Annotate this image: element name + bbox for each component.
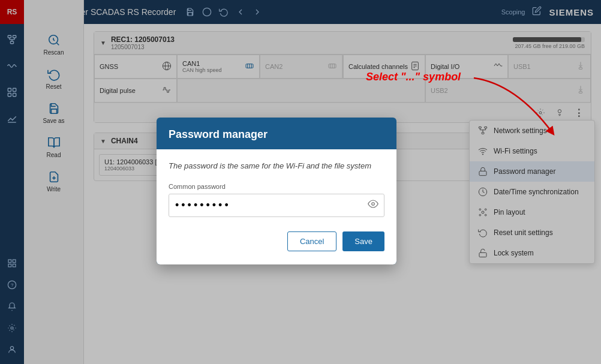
password-input-wrap — [169, 194, 384, 217]
modal-overlay: Password manager The password is the sam… — [0, 0, 601, 364]
modal-header: Password manager — [157, 118, 396, 149]
save-button[interactable]: Save — [342, 231, 384, 251]
modal-footer: Cancel Save — [169, 231, 384, 251]
cancel-button[interactable]: Cancel — [287, 231, 336, 251]
modal-body: The password is the same for the Wi-Fi a… — [157, 149, 396, 264]
modal-description: The password is the same for the Wi-Fi a… — [169, 160, 384, 172]
modal-title: Password manager — [169, 128, 384, 141]
password-input[interactable] — [169, 194, 384, 217]
show-password-icon[interactable] — [368, 198, 378, 212]
password-modal: Password manager The password is the sam… — [157, 118, 396, 264]
common-password-label: Common password — [169, 183, 384, 190]
svg-point-63 — [372, 203, 375, 206]
